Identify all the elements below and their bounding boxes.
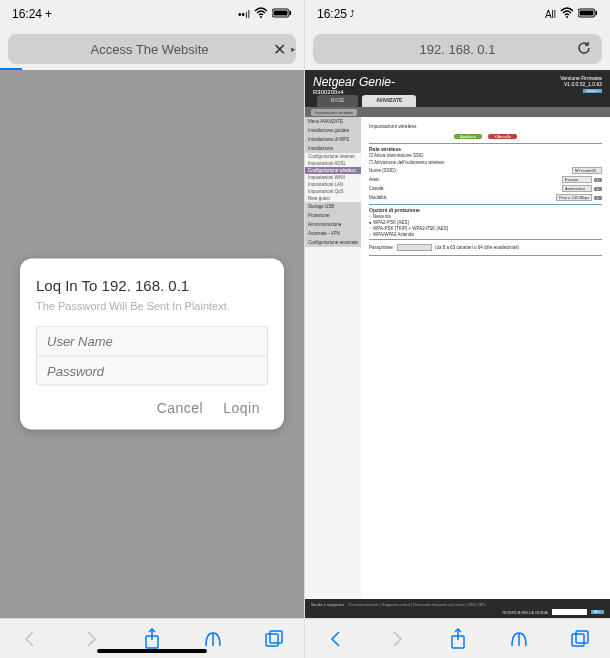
mode-label: Modalità: [369,195,556,200]
share-icon[interactable] [447,628,469,650]
bookmarks-icon[interactable] [202,628,224,650]
svg-rect-15 [576,631,588,643]
home-indicator[interactable] [97,649,207,653]
area-label: Area: [369,177,562,182]
footer-links[interactable]: Documentazione | Supporto online | Doman… [349,602,487,607]
netgear-header: Netgear Genie- R300200x4 Versione Firmwa… [305,70,610,95]
battery-icon [578,8,598,20]
sidebar-header[interactable]: Installazione di WPS [305,135,361,144]
reload-icon[interactable] [576,40,592,59]
url-bar-left[interactable]: Access The Website ▸ ✕ [8,34,296,64]
sidebar-item[interactable]: Impostazioni WAN [305,174,361,181]
mode-select[interactable]: Fino a 145 Mbps [556,194,592,201]
sidebar-header[interactable]: Protezione [305,211,361,220]
cancel-button[interactable]: ✕ Annulla [488,134,517,139]
sidebar-item[interactable]: Configurazione Internet [305,153,361,160]
passphrase-hint: (da 8 a 63 caratteri o 64 cifre esadecim… [435,245,519,250]
sidebar-item[interactable]: Rete guest [305,195,361,202]
login-button[interactable]: Loqin [223,400,260,416]
sidebar-item[interactable]: Impostazioni LAN [305,181,361,188]
back-button[interactable] [325,628,347,650]
sidebar-header[interactable]: Configurazione avanzata [305,238,361,247]
version-value: V1.0.0.52_1.0.62 [560,81,602,87]
tab-base[interactable]: BASE [317,95,358,107]
time-label: 16:24 [12,7,42,21]
svg-rect-11 [596,11,598,15]
tabs-icon[interactable] [263,628,285,650]
netgear-subbar: Impostazioni wireless [305,107,610,117]
battery-icon [272,8,292,20]
go-icon[interactable]: ▸ [594,187,602,191]
time-label: 16:25 [317,7,347,21]
svg-rect-14 [572,634,584,646]
url-bar-right[interactable]: 192. 168. 0.1 [313,34,602,64]
name-field[interactable]: MYrouter90 [572,167,602,174]
url-text: Access The Website [8,42,291,57]
breadcrumb-chip: Impostazioni wireless [311,109,357,116]
channel-select[interactable]: Automatico [562,185,592,192]
carrier-label: All [545,9,556,20]
sidebar-header[interactable]: Installazione [305,144,361,153]
back-button[interactable] [19,628,41,650]
footer-search-label: RICERCA NELLA GUIDA [502,610,547,615]
footer-search-input[interactable] [552,609,587,615]
location-icon: ⤴ [350,9,355,19]
cancel-button[interactable]: Cancel [157,400,204,416]
password-field[interactable] [36,356,268,386]
tab-advanced[interactable]: AVANZATE [362,95,416,107]
lang-dropdown[interactable]: Italiano ▾ [583,89,602,93]
sidebar-item-active[interactable]: Configurazione wireless [305,167,361,174]
wifi-icon [254,7,268,21]
status-bar-right: 16:25 ⤴ All [305,0,610,28]
footer-guide: Guida e supporto [311,602,344,607]
sidebar-item[interactable]: Impostazioni QoS [305,188,361,195]
go-icon[interactable]: ▸ [594,178,602,182]
nav-bar-right [305,618,610,658]
apply-button[interactable]: Applica ▸ [454,134,482,139]
sidebar-header[interactable]: Avanzate - VPN [305,229,361,238]
area-select[interactable]: Europa [562,176,592,183]
footer-go-button[interactable]: VAI ▸ [591,610,604,614]
phone-left: 16:24 + ••ıl Access The Website ▸ ✕ Loq … [0,0,305,658]
brand-title: Netgear Genie- [313,75,395,89]
passphrase-field[interactable] [397,244,432,251]
name-label: Nome (SSID): [369,168,572,173]
forward-button[interactable] [80,628,102,650]
content-area-left: Loq In To 192. 168. 0.1 The Password Wil… [0,70,304,618]
tabs-icon[interactable] [569,628,591,650]
svg-rect-2 [274,11,288,16]
netgear-tabs: BASE AVANZATE [305,95,610,107]
dialog-subtitle: The Password Will Be Sent In Plaintext. [36,300,268,312]
main-title: Impostazioni wireless [369,121,602,131]
url-text: 192. 168. 0.1 [313,42,602,57]
forward-button[interactable] [386,628,408,650]
svg-rect-7 [270,631,282,643]
content-area-right: Netgear Genie- R300200x4 Versione Firmwa… [305,70,610,618]
sidebar-header[interactable]: Menu AVANZATE [305,117,361,126]
svg-point-0 [260,16,262,18]
sidebar-header[interactable]: Storage USB [305,202,361,211]
svg-point-8 [566,16,568,18]
status-bar-left: 16:24 + ••ıl [0,0,304,28]
close-icon[interactable]: ✕ [273,40,286,59]
chevron-right-icon: ▸ [291,44,296,54]
sidebar-header[interactable]: Installazione guidata [305,126,361,135]
signal-icon: ••ıl [238,9,250,20]
go-icon[interactable]: ▸ [594,196,602,200]
netgear-footer: Guida e supporto Documentazione | Suppor… [305,599,610,618]
sidebar-item[interactable]: Impostazioni ADSL [305,160,361,167]
bookmarks-icon[interactable] [508,628,530,650]
time-suffix: + [45,7,52,21]
channel-label: Canale: [369,186,562,191]
svg-rect-6 [266,634,278,646]
username-field[interactable] [36,326,268,356]
sidebar: Menu AVANZATE Installazione guidata Inst… [305,117,361,599]
svg-rect-10 [580,11,594,16]
wifi-icon [560,7,574,21]
svg-rect-3 [290,11,292,15]
login-dialog: Loq In To 192. 168. 0.1 The Password Wil… [20,259,284,430]
passphrase-label: Passphrase: [369,245,394,250]
dialog-title: Loq In To 192. 168. 0.1 [36,277,268,294]
sidebar-header[interactable]: Amministrazione [305,220,361,229]
share-icon[interactable] [141,628,163,650]
